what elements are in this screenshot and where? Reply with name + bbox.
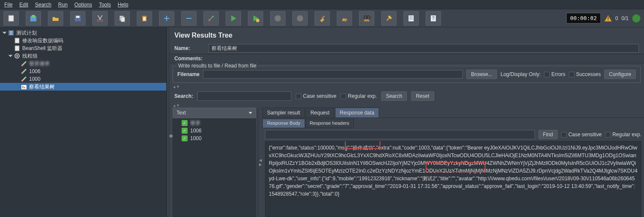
- svg-point-14: [209, 19, 210, 21]
- left-vertical-splitter[interactable]: ◀▶: [169, 108, 173, 217]
- response-body-text[interactable]: {"error":false,"status":100000,"msg":"操作…: [265, 141, 641, 217]
- start-no-pause-button[interactable]: [248, 11, 263, 26]
- svg-point-5: [97, 19, 100, 21]
- start-button[interactable]: [226, 11, 241, 26]
- sampler-result-row[interactable]: 1000: [173, 135, 256, 142]
- paste-button[interactable]: [137, 11, 152, 26]
- test-plan-tree[interactable]: 测试计划 修改响应数据编码 BeanShell 监听器 线程组 登录请求 100…: [0, 27, 167, 217]
- expand-toggle-icon[interactable]: [2, 30, 7, 35]
- menu-search[interactable]: Search: [32, 1, 54, 9]
- horizontal-splitter[interactable]: ▲▼: [169, 103, 644, 108]
- templates-button[interactable]: [26, 11, 41, 26]
- cut-button[interactable]: [92, 11, 108, 26]
- errors-checkbox[interactable]: Errors: [544, 71, 565, 77]
- search-label: Search:: [174, 93, 193, 99]
- menu-options[interactable]: Options: [72, 1, 94, 9]
- subtab-response-headers[interactable]: Response headers: [305, 119, 354, 128]
- save-button[interactable]: [70, 11, 85, 26]
- search-input[interactable]: [197, 91, 291, 101]
- elapsed-timer: 00:00:02: [566, 13, 601, 23]
- thread-count: 0/1: [621, 15, 629, 21]
- case-sensitive-checkbox[interactable]: Case sensitive: [296, 93, 336, 99]
- find-case-checkbox[interactable]: Case sensitive: [561, 132, 602, 138]
- svg-point-34: [21, 80, 23, 82]
- svg-rect-4: [76, 16, 79, 18]
- testplan-icon: [8, 29, 15, 36]
- toggle-button[interactable]: [203, 11, 219, 26]
- collapse-button[interactable]: [181, 11, 197, 26]
- tab-request[interactable]: Request: [306, 108, 334, 117]
- status-indicator-icon: [632, 14, 641, 23]
- clear-button[interactable]: [315, 11, 330, 26]
- tree-label: BeanShell 监听器: [22, 45, 62, 52]
- sampler-result-list[interactable]: 登录 1006 1000: [173, 119, 256, 217]
- svg-point-15: [212, 16, 214, 18]
- successes-checkbox[interactable]: Successes: [569, 71, 601, 77]
- tree-label: 1006: [29, 68, 41, 74]
- horizontal-splitter[interactable]: ▲▼: [169, 85, 644, 89]
- clear-all-button[interactable]: [337, 11, 352, 26]
- regex-checkbox[interactable]: Regular exp.: [341, 93, 377, 99]
- svg-text:?: ?: [432, 15, 435, 21]
- tree-node-beanshell[interactable]: BeanShell 监听器: [0, 44, 166, 52]
- menu-help[interactable]: Help: [115, 1, 131, 9]
- stop-button[interactable]: [270, 11, 285, 26]
- menu-edit[interactable]: Edit: [17, 1, 31, 9]
- svg-rect-8: [121, 17, 125, 22]
- menu-tools[interactable]: Tools: [96, 1, 113, 9]
- svg-rect-20: [409, 15, 414, 21]
- results-icon: [21, 83, 27, 90]
- expand-button[interactable]: [159, 11, 174, 26]
- find-button[interactable]: Find: [538, 130, 558, 139]
- open-button[interactable]: [48, 11, 63, 26]
- tree-node-sampler[interactable]: 登录请求: [0, 60, 166, 67]
- tree-label: 测试计划: [16, 29, 37, 37]
- search-toolbar-button[interactable]: [359, 11, 374, 26]
- sampler-icon: [21, 68, 27, 75]
- tree-node-sampler[interactable]: 1006: [0, 67, 166, 75]
- name-input[interactable]: [209, 44, 639, 53]
- menu-run[interactable]: Run: [56, 1, 70, 9]
- filename-input[interactable]: [203, 70, 463, 79]
- sampler-icon: [21, 60, 27, 67]
- tree-node-modify-encoding[interactable]: 修改响应数据编码: [0, 37, 166, 44]
- new-button[interactable]: [3, 11, 19, 26]
- tree-node-sampler[interactable]: 1000: [0, 75, 166, 83]
- configure-button[interactable]: Configure: [604, 70, 636, 79]
- browse-button[interactable]: Browse...: [466, 70, 497, 79]
- copy-button[interactable]: [115, 11, 130, 26]
- filename-label: Filename: [177, 71, 200, 77]
- svg-rect-28: [15, 38, 19, 43]
- find-regex-checkbox[interactable]: Regular exp.: [605, 132, 641, 138]
- inner-vertical-splitter[interactable]: ◀▶: [258, 108, 262, 217]
- find-input[interactable]: [265, 130, 535, 139]
- reset-search-button[interactable]: [381, 11, 397, 26]
- search-button[interactable]: Search: [381, 91, 407, 101]
- reset-button[interactable]: Reset: [411, 91, 434, 101]
- svg-rect-37: [24, 87, 25, 88]
- subtab-response-body[interactable]: Response Body: [262, 119, 305, 128]
- tree-node-threadgroup[interactable]: 线程组: [0, 52, 166, 60]
- success-icon: [182, 120, 188, 126]
- svg-rect-17: [321, 15, 325, 19]
- tab-sampler-result[interactable]: Sampler result: [262, 108, 305, 117]
- renderer-dropdown[interactable]: Text: [173, 108, 256, 118]
- sampler-result-row[interactable]: 1006: [173, 127, 256, 135]
- sampler-result-row[interactable]: 登录: [173, 119, 256, 127]
- expand-toggle-icon[interactable]: [8, 53, 13, 59]
- svg-point-31: [16, 55, 18, 57]
- function-helper-button[interactable]: [403, 11, 419, 26]
- tab-response-data[interactable]: Response data: [335, 108, 379, 117]
- fieldset-legend: Write results to file / Read from file: [176, 63, 258, 69]
- menu-file[interactable]: File: [2, 1, 15, 9]
- help-button[interactable]: ?: [426, 11, 441, 26]
- log-display-label: Log/Display Only:: [500, 71, 541, 77]
- svg-point-6: [101, 19, 103, 21]
- success-icon: [182, 128, 188, 134]
- comments-label: Comments:: [169, 54, 644, 63]
- svg-point-33: [21, 72, 23, 74]
- tree-node-view-results[interactable]: 察看结果树: [0, 83, 166, 91]
- tree-node-testplan[interactable]: 测试计划: [0, 29, 166, 37]
- shutdown-button[interactable]: [292, 11, 308, 26]
- warning-icon: !: [604, 15, 612, 22]
